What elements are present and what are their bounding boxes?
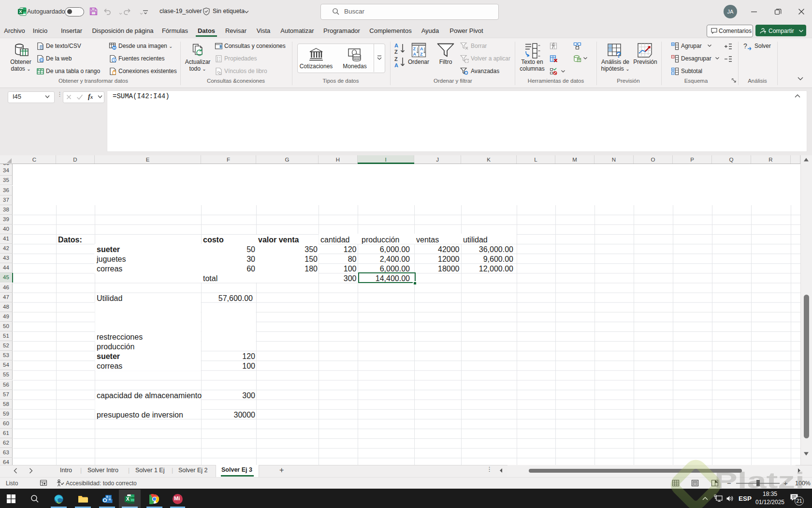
svg-text:?: ? — [743, 42, 747, 50]
svg-text:X: X — [126, 496, 130, 502]
svg-text:A: A — [394, 62, 398, 68]
svg-text:?: ? — [616, 50, 621, 59]
svg-text:Z: Z — [420, 52, 423, 57]
svg-text:A: A — [413, 52, 417, 57]
svg-text:Z: Z — [413, 46, 416, 51]
svg-text:Z: Z — [394, 49, 398, 55]
svg-text:Z: Z — [394, 56, 398, 62]
svg-text:A: A — [394, 43, 398, 48]
svg-text:O: O — [103, 497, 107, 503]
svg-text:X: X — [19, 9, 22, 14]
svg-text:A: A — [420, 46, 423, 51]
